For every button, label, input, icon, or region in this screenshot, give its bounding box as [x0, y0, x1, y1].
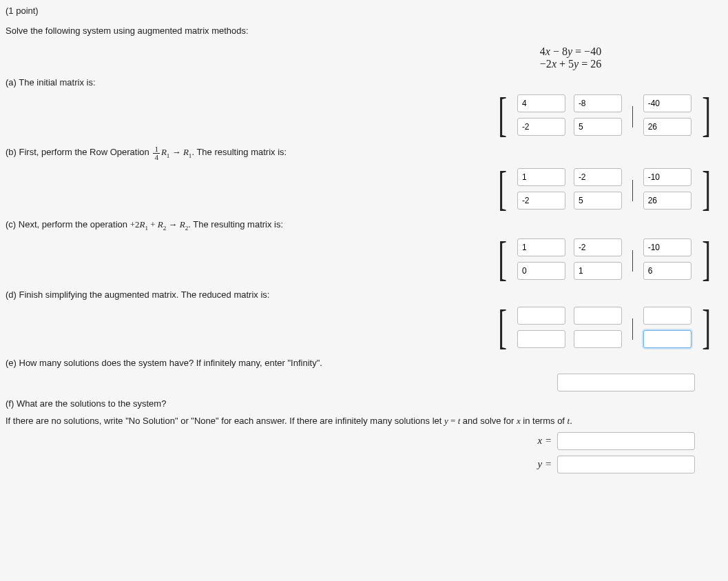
left-bracket-icon: [: [497, 92, 508, 139]
matrix-d-r1c3[interactable]: [643, 307, 691, 325]
equation-system: 4x − 8y = −40 −2x + 5y = 26: [6, 45, 722, 70]
matrix-c-r2c1[interactable]: [517, 262, 565, 280]
augment-bar-icon: |: [630, 165, 636, 212]
matrix-b-r1c1[interactable]: [517, 168, 565, 186]
part-f-line1: (f) What are the solutions to the system…: [6, 398, 722, 409]
right-bracket-icon: ]: [700, 236, 712, 283]
matrix-a-r2c1[interactable]: [517, 118, 565, 136]
x-label: x =: [530, 435, 552, 447]
y-label: y =: [530, 458, 552, 470]
left-bracket-icon: [: [497, 304, 508, 351]
matrix-a-r1c1[interactable]: [517, 94, 565, 112]
y-solution-input[interactable]: [557, 456, 695, 473]
matrix-c: [ | ]: [6, 236, 722, 283]
matrix-d: [ | ]: [6, 304, 722, 351]
part-a-text: (a) The initial matrix is:: [6, 77, 722, 88]
part-b-text: (b) First, perform the Row Operation 14R…: [6, 145, 722, 161]
matrix-d-r2c3[interactable]: [643, 330, 691, 348]
matrix-c-r1c3[interactable]: [643, 238, 691, 256]
augment-bar-icon: |: [630, 92, 636, 139]
matrix-b-r2c1[interactable]: [517, 192, 565, 210]
matrix-a-r2c3[interactable]: [643, 118, 691, 136]
matrix-d-r2c1[interactable]: [517, 330, 565, 348]
part-f-line2: If there are no solutions, write "No Sol…: [6, 416, 722, 427]
right-bracket-icon: ]: [700, 92, 712, 139]
x-solution-input[interactable]: [557, 432, 695, 450]
left-bracket-icon: [: [497, 165, 508, 212]
matrix-b: [ | ]: [6, 165, 722, 212]
right-bracket-icon: ]: [700, 304, 712, 351]
matrix-c-r2c2[interactable]: [574, 262, 622, 280]
prompt-text: Solve the following system using augment…: [6, 26, 722, 36]
matrix-d-r1c2[interactable]: [574, 307, 622, 325]
augment-bar-icon: |: [630, 304, 636, 351]
matrix-b-r1c2[interactable]: [574, 168, 622, 186]
matrix-a-r1c2[interactable]: [574, 94, 622, 112]
matrix-a-r1c3[interactable]: [643, 94, 691, 112]
left-bracket-icon: [: [497, 236, 508, 283]
points-label: (1 point): [6, 6, 722, 16]
part-e-text: (e) How many solutions does the system h…: [6, 358, 722, 368]
matrix-b-r2c3[interactable]: [643, 192, 691, 210]
matrix-b-r2c2[interactable]: [574, 192, 622, 210]
part-d-text: (d) Finish simplifying the augmented mat…: [6, 289, 722, 300]
right-bracket-icon: ]: [700, 165, 712, 212]
solutions-count-input[interactable]: [557, 374, 695, 391]
matrix-b-r1c3[interactable]: [643, 168, 691, 186]
matrix-c-r1c2[interactable]: [574, 238, 622, 256]
part-c-text: (c) Next, perform the operation +2R1 + R…: [6, 219, 722, 232]
matrix-c-r1c1[interactable]: [517, 238, 565, 256]
matrix-d-r2c2[interactable]: [574, 330, 622, 348]
matrix-a-r2c2[interactable]: [574, 118, 622, 136]
augment-bar-icon: |: [630, 236, 636, 283]
matrix-c-r2c3[interactable]: [643, 262, 691, 280]
matrix-a: [ | ]: [6, 92, 722, 139]
matrix-d-r1c1[interactable]: [517, 307, 565, 325]
